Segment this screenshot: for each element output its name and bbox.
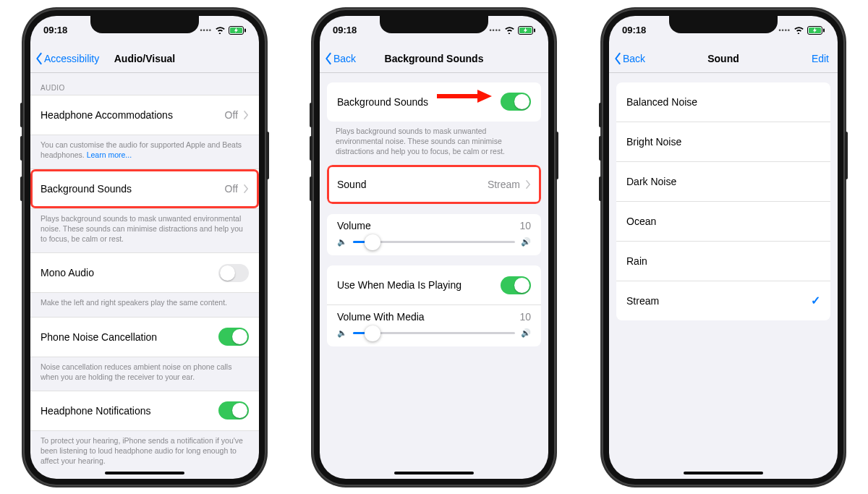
group-headphone-accom: Headphone Accommodations Off (30, 95, 259, 135)
value: Off (225, 183, 238, 195)
option-label: Stream (626, 295, 811, 307)
sound-option[interactable]: Bright Noise (616, 122, 830, 161)
nav-title: Sound (707, 53, 739, 64)
back-label: Accessibility (44, 53, 99, 64)
nav-title: Audio/Visual (114, 53, 176, 64)
group-mono-audio: Mono Audio (30, 252, 259, 293)
media-volume-label: Volume With Media (337, 311, 425, 323)
label: Use When Media Is Playing (337, 279, 501, 291)
notch (669, 16, 778, 33)
group-bg-toggle: Background Sounds (327, 82, 541, 122)
group-media: Use When Media Is Playing Volume With Me… (327, 265, 541, 346)
toggle-noise-cancellation[interactable] (218, 328, 249, 346)
value: Stream (488, 179, 520, 190)
sound-options-list: Balanced NoiseBright NoiseDark NoiseOcea… (616, 82, 830, 320)
toggle-background-sounds[interactable] (501, 93, 531, 111)
option-label: Rain (626, 255, 820, 267)
toggle-headphone-notifications[interactable] (218, 401, 249, 420)
notch (380, 16, 488, 33)
back-button[interactable]: Back (324, 45, 356, 72)
speaker-high-icon: 🔊 (521, 328, 531, 338)
phone-frame-1: 09:18 •••• Accessibility Audio/Visual (23, 9, 266, 486)
cell-signal-icon: •••• (778, 27, 791, 34)
home-indicator[interactable] (394, 472, 474, 474)
footer-headphone-notif: To protect your hearing, iPhone sends a … (30, 431, 259, 475)
status-icons: •••• (489, 26, 535, 35)
toggle-use-when-media[interactable] (501, 276, 531, 294)
screen-3: 09:18 •••• Back Sound (609, 16, 838, 479)
cell-background-sounds-toggle[interactable]: Background Sounds (327, 82, 541, 122)
cell-sound[interactable]: Sound Stream (327, 165, 541, 204)
edit-button[interactable]: Edit (812, 45, 829, 72)
back-button[interactable]: Accessibility (35, 45, 99, 72)
media-volume-value: 10 (519, 311, 531, 323)
svg-rect-5 (534, 28, 535, 32)
back-button[interactable]: Back (613, 45, 645, 72)
label: Background Sounds (337, 96, 501, 108)
phone-frame-3: 09:18 •••• Back Sound (602, 9, 845, 486)
label: Sound (337, 179, 488, 190)
wifi-icon (793, 26, 804, 34)
home-indicator[interactable] (105, 472, 184, 474)
footer-mono-audio: Make the left and right speakers play th… (30, 293, 259, 316)
nav-bar: Back Background Sounds (320, 45, 548, 73)
nav-bar: Accessibility Audio/Visual (30, 45, 259, 73)
cell-mono-audio[interactable]: Mono Audio (30, 253, 259, 292)
sound-option[interactable]: Ocean (616, 201, 830, 241)
sound-option[interactable]: Stream✓ (616, 281, 830, 320)
cell-use-when-media-playing[interactable]: Use When Media Is Playing (327, 265, 541, 305)
volume-label: Volume (337, 220, 371, 231)
volume-slider[interactable] (353, 241, 515, 243)
content-2[interactable]: Background Sounds Plays background sound… (320, 72, 548, 479)
cell-headphone-accommodations[interactable]: Headphone Accommodations Off (30, 95, 259, 135)
sound-option[interactable]: Dark Noise (616, 161, 830, 201)
screen-2: 09:18 •••• Back Background Sounds (320, 16, 548, 479)
cell-noise-cancellation[interactable]: Phone Noise Cancellation (30, 318, 259, 357)
label: Mono Audio (41, 267, 218, 278)
volume-value: 10 (519, 220, 531, 231)
media-volume-slider[interactable] (353, 332, 515, 334)
footer-noise-cancel: Noise cancellation reduces ambient noise… (30, 357, 259, 391)
chevron-left-icon (35, 52, 43, 65)
chevron-right-icon (526, 180, 531, 189)
group-headphone-notif: Headphone Notifications (30, 391, 259, 431)
content-3[interactable]: Balanced NoiseBright NoiseDark NoiseOcea… (609, 72, 838, 479)
cell-headphone-notifications[interactable]: Headphone Notifications (30, 391, 259, 430)
label: Background Sounds (41, 183, 225, 195)
battery-icon (229, 26, 246, 35)
label: Phone Noise Cancellation (41, 331, 218, 343)
option-label: Bright Noise (626, 136, 820, 148)
notch (90, 16, 199, 33)
group-noise-cancel: Phone Noise Cancellation (30, 317, 259, 357)
cell-signal-icon: •••• (489, 27, 501, 34)
back-label: Back (333, 53, 356, 64)
wifi-icon (504, 26, 515, 34)
section-header-audio: AUDIO (30, 72, 259, 95)
sound-option[interactable]: Balanced Noise (616, 82, 830, 122)
wifi-icon (215, 26, 226, 34)
cell-volume[interactable]: Volume 10 🔈 🔊 (327, 214, 541, 255)
cell-volume-with-media[interactable]: Volume With Media 10 🔈 🔊 (327, 305, 541, 346)
checkmark-icon: ✓ (811, 294, 820, 307)
option-label: Dark Noise (626, 176, 820, 187)
back-label: Back (623, 53, 645, 64)
home-indicator[interactable] (684, 472, 763, 474)
option-label: Ocean (626, 216, 820, 227)
speaker-low-icon: 🔈 (337, 328, 347, 338)
battery-icon (518, 26, 535, 35)
sound-option[interactable]: Rain (616, 241, 830, 281)
footer-background-sounds: Plays background sounds to mask unwanted… (30, 209, 259, 253)
footer-bg-toggle: Plays background sounds to mask unwanted… (320, 122, 548, 166)
nav-title: Background Sounds (385, 53, 484, 64)
section-header-balance: BALANCE (30, 474, 259, 478)
group-background-sounds: Background Sounds Off (30, 169, 259, 209)
status-time: 09:18 (333, 25, 357, 35)
chevron-left-icon (613, 52, 622, 65)
status-time: 09:18 (43, 25, 67, 35)
content-1[interactable]: AUDIO Headphone Accommodations Off You c… (30, 72, 259, 479)
battery-icon (807, 26, 825, 35)
cell-background-sounds[interactable]: Background Sounds Off (30, 169, 259, 208)
learn-more-link[interactable]: Learn more... (87, 150, 132, 159)
toggle-mono-audio[interactable] (218, 264, 249, 282)
chevron-left-icon (324, 52, 333, 65)
